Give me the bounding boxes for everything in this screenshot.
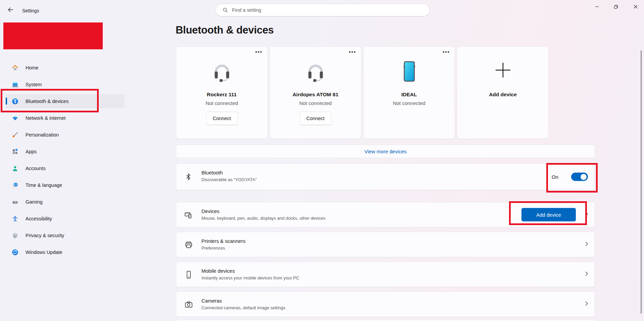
minimize-button[interactable]: [589, 0, 605, 13]
bluetooth-row-title: Bluetooth: [201, 170, 223, 175]
chevron-right-icon: [584, 211, 589, 218]
sidebar-item-label: Accounts: [26, 166, 46, 171]
view-more-devices-label: View more devices: [364, 149, 407, 154]
toggle-knob: [581, 174, 587, 180]
more-options-icon[interactable]: •••: [349, 49, 356, 55]
settings-window: Settings Home System Blueto: [0, 0, 644, 321]
app-title: Settings: [22, 8, 39, 13]
home-icon: [12, 64, 18, 71]
windows-update-icon: [12, 249, 18, 256]
accounts-icon: [12, 165, 18, 172]
restore-button[interactable]: [608, 0, 624, 13]
sidebar-item-label: Privacy & security: [26, 233, 64, 238]
sidebar-item-apps[interactable]: Apps: [5, 145, 125, 159]
add-device-card[interactable]: Add device: [457, 46, 549, 139]
devices-row-title: Devices: [201, 208, 219, 214]
connect-button[interactable]: Connect: [300, 112, 331, 125]
sidebar-item-network-internet[interactable]: Network & internet: [5, 111, 125, 125]
device-status: Not connected: [176, 100, 267, 106]
row-subtitle: Connected cameras, default image setting…: [201, 305, 285, 310]
devices-row-subtitle: Mouse, keyboard, pen, audio, displays an…: [201, 216, 325, 221]
sidebar-item-accounts[interactable]: Accounts: [5, 161, 125, 175]
system-icon: [12, 81, 18, 88]
row-title: Mobile devices: [201, 268, 235, 274]
sidebar-item-label: Personalization: [26, 132, 59, 138]
printer-icon: [184, 240, 192, 249]
sidebar-item-label: Accessibility: [26, 216, 52, 221]
cameras-row[interactable]: Cameras Connected cameras, default image…: [176, 291, 595, 317]
sidebar-item-personalization[interactable]: Personalization: [5, 128, 125, 142]
chevron-right-icon: [584, 241, 589, 248]
device-status: Not connected: [364, 100, 455, 106]
toggle-switch[interactable]: [571, 173, 588, 181]
plus-icon: [457, 62, 548, 78]
row-title: Printers & scanners: [201, 238, 245, 244]
sidebar-item-bluetooth-devices[interactable]: Bluetooth & devices: [5, 94, 125, 108]
accessibility-icon: [12, 215, 18, 222]
sidebar-item-label: Windows Update: [26, 250, 62, 255]
close-icon: [634, 5, 638, 9]
add-device-card-label: Add device: [457, 92, 548, 98]
annotation-redaction-rectangle: [3, 22, 103, 49]
chevron-right-icon: [584, 271, 589, 278]
connect-button[interactable]: Connect: [206, 112, 238, 125]
bluetooth-toggle-row: Bluetooth Discoverable as “YOGYATA” On: [176, 163, 595, 190]
search-box[interactable]: [216, 4, 430, 16]
sidebar-item-label: Time & language: [26, 182, 62, 188]
bluetooth-toggle[interactable]: On: [552, 173, 588, 181]
mobile-devices-row[interactable]: Mobile devices Instantly access your mob…: [176, 262, 595, 287]
sidebar-item-accessibility[interactable]: Accessibility: [5, 212, 125, 226]
personalization-icon: [12, 131, 18, 138]
next-row-partial: [176, 320, 595, 321]
toggle-state-label: On: [552, 174, 558, 180]
headset-icon: [176, 59, 267, 84]
bluetooth-icon: [12, 98, 18, 105]
sidebar-item-label: Gaming: [26, 199, 43, 205]
bluetooth-row-subtitle: Discoverable as “YOGYATA”: [201, 177, 257, 182]
device-card-ideal: ••• IDEAL Not connected: [363, 46, 455, 139]
device-card-airdopes: ••• Airdopes ATOM 81 Not connected Conne…: [270, 46, 361, 139]
search-input[interactable]: [231, 7, 425, 13]
search-icon: [223, 7, 228, 13]
printers-scanners-row[interactable]: Printers & scanners Preferences: [176, 232, 595, 257]
row-subtitle: Preferences: [201, 246, 225, 251]
phone-icon: [364, 59, 455, 84]
network-icon: [12, 115, 18, 121]
more-options-icon[interactable]: •••: [443, 49, 450, 55]
minimize-icon: [595, 5, 599, 9]
sidebar-item-label: Apps: [26, 149, 37, 154]
device-name: Airdopes ATOM 81: [270, 92, 361, 98]
sidebar-item-windows-update[interactable]: Windows Update: [5, 245, 125, 259]
sidebar-item-system[interactable]: System: [5, 77, 125, 92]
sidebar-item-gaming[interactable]: Gaming: [5, 195, 125, 209]
sidebar-item-home[interactable]: Home: [5, 61, 125, 75]
close-button[interactable]: [627, 0, 644, 13]
sidebar-item-label: Bluetooth & devices: [26, 99, 68, 104]
gaming-icon: [12, 199, 18, 205]
vertical-scrollbar[interactable]: [641, 50, 642, 314]
mobile-phone-icon: [184, 270, 192, 278]
chevron-right-icon: [584, 301, 589, 308]
sidebar-item-privacy-security[interactable]: Privacy & security: [5, 228, 125, 243]
devices-icon: [184, 211, 192, 219]
bluetooth-glyph-icon: [184, 173, 192, 181]
devices-row[interactable]: Devices Mouse, keyboard, pen, audio, dis…: [176, 202, 595, 227]
device-name: Rockerz 111: [176, 92, 267, 98]
more-options-icon[interactable]: •••: [255, 49, 263, 55]
device-status: Not connected: [270, 100, 361, 106]
add-device-button[interactable]: Add device: [521, 208, 576, 221]
privacy-icon: [12, 232, 18, 239]
device-name: IDEAL: [364, 92, 455, 98]
back-arrow-icon: [7, 7, 13, 14]
sidebar-item-label: Network & internet: [26, 115, 65, 121]
sidebar: Home System Bluetooth & devices Network …: [5, 61, 125, 262]
restore-icon: [614, 5, 618, 9]
row-subtitle: Instantly access your mobile devices fro…: [201, 275, 299, 280]
headset-icon: [270, 59, 361, 84]
sidebar-item-label: System: [26, 82, 42, 87]
sidebar-item-time-language[interactable]: Time & language: [5, 178, 125, 192]
view-more-devices-link[interactable]: View more devices: [176, 145, 595, 158]
time-language-icon: [12, 182, 18, 189]
back-button[interactable]: [5, 5, 16, 16]
apps-icon: [12, 148, 18, 155]
